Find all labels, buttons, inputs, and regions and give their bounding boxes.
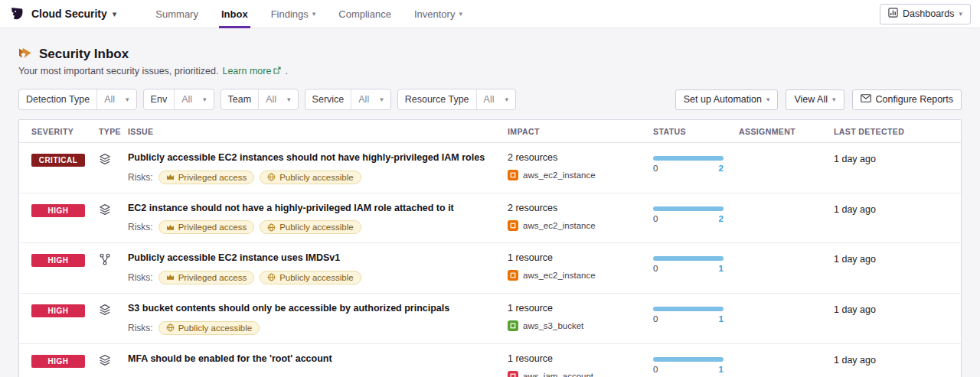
table-header: SEVERITYTYPEISSUEIMPACTSTATUSASSIGNMENTL… [19,120,961,143]
chevron-down-icon: ▾ [766,96,770,103]
filter-value-dropdown[interactable]: All▾ [476,89,515,109]
product-name: Cloud Security [31,8,107,20]
filter-value-dropdown[interactable]: All▾ [174,89,213,109]
issue-title[interactable]: Publicly accessible EC2 instance uses IM… [128,252,500,265]
filter-detection-type[interactable]: Detection TypeAll▾ [18,89,137,110]
issue-row[interactable]: HIGHPublicly accessible EC2 instance use… [19,243,961,294]
impact-count: 1 resource [508,252,645,263]
issue-row[interactable]: CRITICALPublicly accessible EC2 instance… [19,143,961,193]
resource-label: aws_iam_account [523,372,593,377]
risk-label: Privileged access [178,173,247,182]
resource-tag[interactable]: aws_ec2_instance [508,270,645,281]
filter-value-dropdown[interactable]: All▾ [258,89,297,109]
risk-label: Privileged access [178,223,247,232]
column-header-impact: IMPACT [508,120,653,142]
resource-tag[interactable]: aws_iam_account [508,371,645,377]
issue-title[interactable]: S3 bucket contents should only be access… [128,303,500,315]
impact-count: 1 resource [508,303,645,314]
aws-s3-icon [508,320,518,331]
issue-title[interactable]: MFA should be enabled for the 'root' acc… [128,353,500,366]
last-detected: 1 day ago [834,252,961,265]
tab-summary[interactable]: Summary [144,0,210,28]
page-title: Security Inbox [39,47,129,62]
filter-value-dropdown[interactable]: All▾ [351,89,390,109]
tab-inbox[interactable]: Inbox [210,0,260,28]
status-open-count: 0 [653,214,658,223]
security-inbox-icon [18,47,32,62]
impact-count: 2 resources [508,152,645,163]
product-switcher[interactable]: Cloud Security ▾ [31,8,116,20]
datadog-logo[interactable] [9,6,25,22]
filter-service[interactable]: ServiceAll▾ [305,89,391,110]
impact-count: 2 resources [508,203,645,213]
learn-more-link[interactable]: Learn more [222,66,281,76]
external-link-icon [273,66,281,76]
status-open-count: 0 [653,264,658,273]
resource-tag[interactable]: aws_s3_bucket [508,320,645,331]
tab-findings[interactable]: Findings▾ [260,0,328,28]
filter-value: All [104,94,115,105]
attack-path-icon [99,253,111,265]
risk-label: Publicly accessible [178,323,253,333]
issue-title[interactable]: Publicly accessible EC2 instances should… [128,152,500,164]
risk-tag: Privileged access [158,271,254,284]
aws-ec2-icon [508,220,518,231]
status-total-count: 1 [719,365,724,374]
chevron-down-icon: ▾ [505,96,508,103]
view-all-button[interactable]: View All ▾ [786,89,844,110]
tab-compliance[interactable]: Compliance [327,0,403,28]
tab-label: Inbox [221,8,248,20]
issue-row[interactable]: HIGHEC2 instance should not have a highl… [19,193,961,244]
filter-label: Team [221,89,259,109]
nav-tabs: SummaryInboxFindings▾ComplianceInventory… [144,0,880,28]
top-nav: Cloud Security ▾ SummaryInboxFindings▾Co… [0,0,980,28]
aws-iam-icon [508,371,518,377]
risk-tag: Privileged access [158,171,254,184]
posture-finding-icon [99,153,111,165]
tab-label: Compliance [338,8,391,20]
table-body: CRITICALPublicly accessible EC2 instance… [19,143,961,377]
filter-value: All [358,94,369,105]
issue-title[interactable]: EC2 instance should not have a highly-pr… [128,203,500,215]
severity-badge: HIGH [31,254,85,267]
status-total-count: 2 [719,164,724,173]
status-open-count: 0 [653,164,658,173]
column-header-status: STATUS [653,120,739,142]
configure-reports-button[interactable]: Configure Reports [852,89,962,110]
issues-table: SEVERITYTYPEISSUEIMPACTSTATUSASSIGNMENTL… [18,119,962,377]
set-up-automation-button[interactable]: Set up Automation ▾ [675,89,779,110]
crown-icon [166,224,175,231]
risk-label: Publicly accessible [279,173,354,182]
filter-resource-type[interactable]: Resource TypeAll▾ [397,89,516,110]
filter-value-dropdown[interactable]: All▾ [96,89,136,109]
last-detected: 1 day ago [834,152,961,164]
posture-finding-icon [99,354,111,366]
status-progress-bar [653,357,724,362]
tab-label: Inventory [414,8,455,20]
filter-env[interactable]: EnvAll▾ [143,89,214,110]
issue-row[interactable]: HIGHS3 bucket contents should only be ac… [19,294,961,344]
filter-team[interactable]: TeamAll▾ [220,89,299,110]
chevron-down-icon: ▾ [287,96,291,103]
dashboards-label: Dashboards [903,8,954,19]
chevron-down-icon: ▾ [832,96,836,103]
posture-finding-icon [99,203,111,216]
risk-tag: Publicly accessible [260,220,361,234]
globe-icon [267,223,276,232]
risk-label: Publicly accessible [279,223,354,232]
crown-icon [166,274,175,281]
severity-badge: CRITICAL [31,154,85,167]
resource-tag[interactable]: aws_ec2_instance [508,170,645,180]
chevron-down-icon: ▾ [312,11,316,18]
status-progress-bar [653,156,724,161]
aws-ec2-icon [508,270,518,281]
page-subtitle: Your most important security issues, pri… [18,66,218,76]
tab-inventory[interactable]: Inventory▾ [403,0,474,28]
column-header-severity: SEVERITY [31,120,99,142]
filter-chips: Detection TypeAll▾EnvAll▾TeamAll▾Service… [18,89,516,110]
last-detected: 1 day ago [834,203,961,215]
issue-row[interactable]: HIGHMFA should be enabled for the 'root'… [19,344,961,377]
dashboards-button[interactable]: Dashboards ▾ [880,4,971,24]
severity-badge: HIGH [31,304,85,317]
resource-tag[interactable]: aws_ec2_instance [508,220,645,231]
